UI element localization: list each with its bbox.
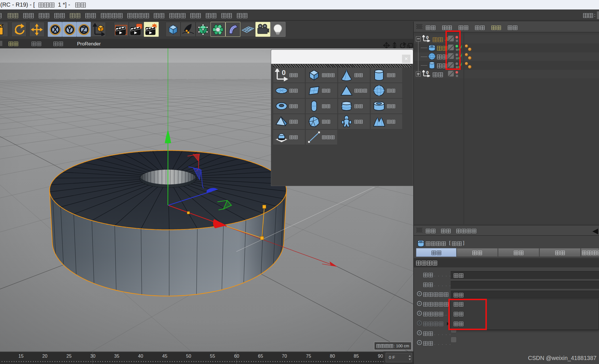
svg-text:X: X — [53, 26, 58, 34]
svg-text:0: 0 — [282, 69, 286, 76]
svg-text:0: 0 — [426, 35, 428, 40]
svg-text:0: 0 — [426, 70, 428, 75]
svg-text:Z: Z — [82, 26, 86, 34]
svg-text:Y: Y — [67, 26, 72, 34]
